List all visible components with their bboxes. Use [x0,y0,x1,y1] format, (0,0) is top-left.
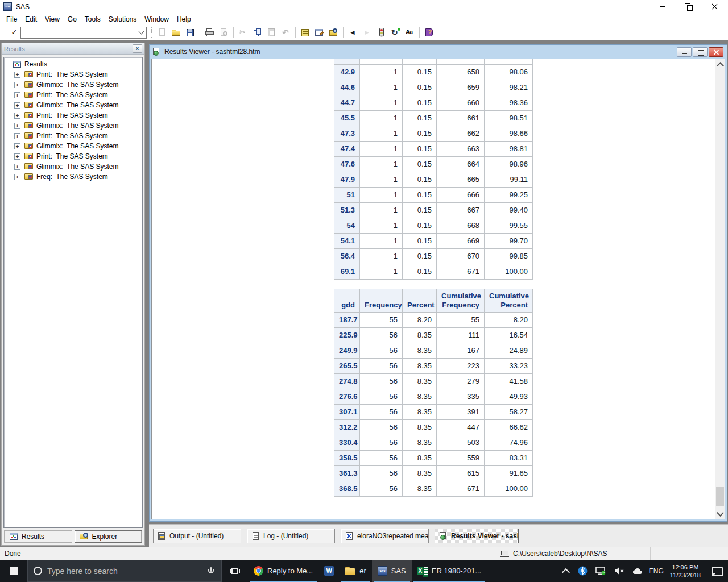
row-header-cell: 69.1 [334,264,360,280]
viewer-restore-button[interactable] [693,47,708,57]
print-button[interactable] [202,26,217,39]
command-check-button[interactable]: ✓ [8,27,20,38]
taskbar-clock[interactable]: 12:06 PM 11/23/2018 [667,560,704,582]
taskbar-app-sas[interactable]: sasSAS [372,560,412,582]
viewer-content: 42.610.1565797.9142.910.1565898.0644.610… [151,59,725,519]
vertical-scrollbar[interactable] [715,59,725,519]
minimize-button[interactable] [650,0,676,13]
data-cell: 55 [437,313,485,328]
command-input[interactable] [21,28,136,38]
menu-item-go[interactable]: Go [64,14,81,24]
window-button-elorano3repeated[interactable]: eloraNO3repeated mea... [341,529,429,543]
tree-item-5[interactable]: +Glimmix: The SAS System [6,120,142,131]
expand-icon[interactable]: + [14,113,20,119]
tree-item-6[interactable]: +Print: The SAS System [6,131,142,141]
data-cell: 559 [437,451,485,466]
taskbar-app-chrome[interactable]: Reply to Me... [248,560,318,582]
tree-item-8[interactable]: +Print: The SAS System [6,151,142,161]
bluetooth-button[interactable] [574,560,592,582]
help-button[interactable] [422,26,436,39]
interrupt-button[interactable] [374,26,388,39]
expand-icon[interactable]: + [14,72,20,78]
tree-item-0[interactable]: +Print: The SAS System [6,69,142,80]
data-cell: 0.15 [403,59,437,65]
command-combobox[interactable] [20,27,147,39]
expand-icon[interactable]: + [14,123,20,129]
tree-item-2[interactable]: +Print: The SAS System [6,90,142,100]
menu-item-file[interactable]: File [2,14,21,24]
microphone-icon[interactable] [206,567,216,576]
expand-icon[interactable]: + [14,143,20,149]
viewer-close-button[interactable] [709,47,723,57]
tree-item-7[interactable]: +Glimmix: The SAS System [6,141,142,151]
row-header-cell: 312.2 [334,420,360,435]
tray-expand-button[interactable] [557,560,574,582]
expand-icon[interactable]: + [14,153,20,160]
scroll-down-icon[interactable] [715,509,725,519]
close-button[interactable] [702,0,728,13]
scrollbar-thumb[interactable] [716,487,724,506]
window-button-log[interactable]: Log - (Untitled) [247,529,335,543]
taskbar-app-word[interactable]: W [318,560,340,582]
explorer-window-button[interactable] [326,26,341,39]
back-button[interactable] [346,26,360,39]
menu-item-edit[interactable]: Edit [21,14,41,24]
program-editor-button[interactable] [312,26,326,39]
tree-item-1[interactable]: +Glimmix: The SAS System [6,80,142,90]
app-title: SAS [16,3,30,11]
results-panel-close-icon[interactable]: x [133,44,142,53]
taskbar-app-folder[interactable]: er [340,560,372,582]
data-cell: 668 [437,218,485,234]
search-input[interactable] [47,567,201,576]
expand-icon[interactable]: + [14,133,20,139]
toolbar-grip[interactable] [3,27,5,38]
action-center-button[interactable] [704,560,728,582]
new-library-button[interactable] [298,26,312,39]
taskbar-search[interactable] [27,560,222,582]
data-cell: 0.15 [403,95,437,111]
tree-item-10[interactable]: +Freq: The SAS System [6,172,142,182]
restore-button[interactable] [676,0,702,13]
data-cell: 659 [437,80,485,95]
viewer-titlebar[interactable]: Results Viewer - sashtml28.htm [150,45,727,59]
menu-item-tools[interactable]: Tools [81,14,105,24]
tree-item-3[interactable]: +Glimmix: The SAS System [6,100,142,110]
expand-icon[interactable]: + [14,92,20,98]
table-row: 69.110.15671100.00 [334,264,533,280]
refresh-button[interactable] [388,26,403,39]
expand-icon[interactable]: + [14,82,20,88]
taskbar-app-label: SAS [391,567,406,575]
menu-item-help[interactable]: Help [173,14,195,24]
window-button-output[interactable]: Output - (Untitled) [153,529,241,543]
toolbar-grip[interactable] [150,27,152,38]
combobox-dropdown-icon[interactable] [136,27,146,38]
tree-item-9[interactable]: +Glimmix: The SAS System [6,161,142,172]
window-button-results[interactable]: Results Viewer - sasht... [435,529,519,543]
row-header-cell: 265.5 [334,359,360,374]
expand-icon[interactable]: + [14,174,20,180]
expand-icon[interactable]: + [14,102,20,109]
task-view-button[interactable] [222,560,248,582]
viewer-minimize-button[interactable] [677,47,692,57]
expand-icon[interactable]: + [14,164,20,170]
menu-item-solutions[interactable]: Solutions [105,14,140,24]
row-header-cell: 51 [334,188,360,203]
taskbar-app-excel[interactable]: ER 1980-201... [412,560,487,582]
tree-root-results[interactable]: Results [6,59,142,69]
tab-explorer[interactable]: Explorer [75,530,143,543]
tab-results[interactable]: Results [4,530,72,543]
menu-item-window[interactable]: Window [140,14,173,24]
onedrive-button[interactable] [629,560,646,582]
menu-item-view[interactable]: View [41,14,64,24]
start-button[interactable] [0,560,27,582]
volume-button[interactable] [610,560,629,582]
save-button[interactable] [183,26,197,39]
fonts-button[interactable] [403,26,417,39]
open-folder-button[interactable] [169,26,183,39]
display-settings-button[interactable] [592,560,610,582]
scroll-up-icon[interactable] [715,59,725,69]
language-indicator[interactable]: ENG [646,560,667,582]
tree-item-4[interactable]: +Print: The SAS System [6,110,142,120]
copy-button[interactable] [250,26,264,39]
computer-icon [500,550,510,558]
